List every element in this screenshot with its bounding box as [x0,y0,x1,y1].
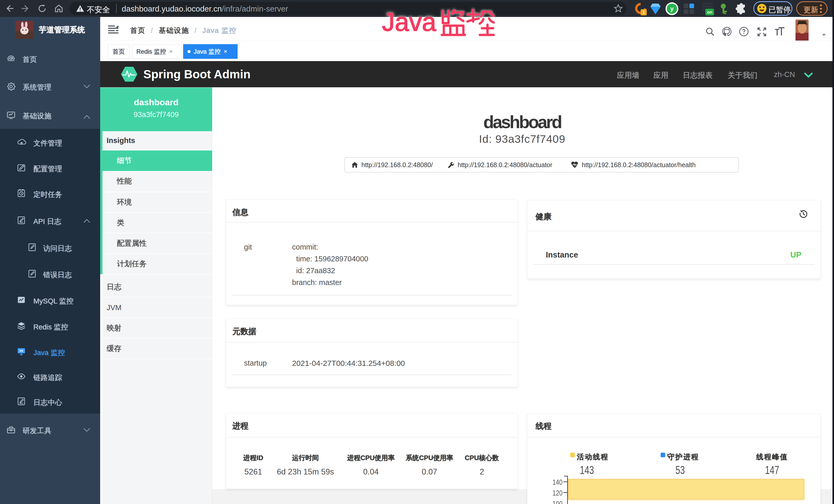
svg-text:1: 1 [642,10,645,15]
svg-text:on: on [707,10,712,15]
svg-text:y: y [670,5,674,12]
